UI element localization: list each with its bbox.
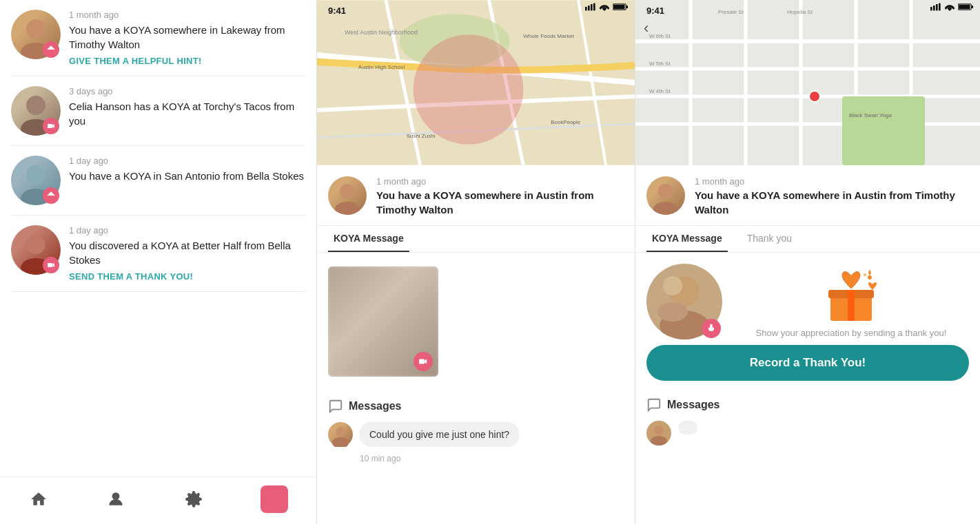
feed-item-3: 1 day ago You have a KOYA in San Antonio… <box>11 146 305 216</box>
svg-rect-4 <box>48 124 52 128</box>
messages-icon <box>328 399 343 414</box>
middle-messages-header: Messages <box>328 399 624 414</box>
svg-rect-62 <box>971 6 973 8</box>
svg-text:W 6th St: W 6th St <box>649 33 671 39</box>
avatar-badge-video-2 <box>43 118 59 134</box>
feed-action-4[interactable]: SEND THEM A THANK YOU! <box>69 271 305 282</box>
svg-point-49 <box>809 91 820 102</box>
left-panel: 1 month ago You have a KOYA somewhere in… <box>0 0 317 524</box>
svg-rect-72 <box>848 290 855 321</box>
middle-status-icons <box>585 3 628 11</box>
svg-point-68 <box>663 276 682 295</box>
right-content-row: Show your appreciation by sending a than… <box>635 253 980 339</box>
tab-right-koya-message[interactable]: KOYA Message <box>646 226 728 252</box>
back-button[interactable]: ‹ <box>644 19 649 37</box>
svg-rect-28 <box>591 4 593 10</box>
settings-nav-button[interactable] <box>183 489 204 510</box>
svg-point-69 <box>657 302 688 322</box>
bottom-nav <box>0 476 316 524</box>
tab-koya-message[interactable]: KOYA Message <box>328 226 409 252</box>
avatar-badge-arrow-3 <box>43 187 59 204</box>
svg-rect-63 <box>959 5 970 9</box>
feed-content-3: 1 day ago You have a KOYA in San Antonio… <box>69 156 305 187</box>
feed-time-3: 1 day ago <box>69 156 305 166</box>
blurred-koya-photo <box>328 266 438 377</box>
middle-notif-text: 1 month ago You have a KOYA somewhere in… <box>376 176 624 217</box>
feed-time-1: 1 month ago <box>69 10 305 20</box>
svg-text:W 4th St: W 4th St <box>649 88 671 94</box>
svg-rect-57 <box>930 7 932 10</box>
right-notif-text: 1 month ago You have a KOYA somewhere in… <box>695 176 969 217</box>
svg-rect-60 <box>939 3 941 11</box>
video-badge <box>414 352 433 371</box>
feed-content-1: 1 month ago You have a KOYA somewhere in… <box>69 10 305 66</box>
middle-messages-section: Messages Could you give me just one hint… <box>317 390 635 463</box>
svg-rect-58 <box>933 6 935 10</box>
svg-rect-38 <box>635 0 980 165</box>
svg-point-37 <box>332 437 349 447</box>
svg-text:W 5th St: W 5th St <box>649 61 671 67</box>
right-scroll: Show your appreciation by sending a than… <box>635 253 980 524</box>
middle-scroll: Messages Could you give me just one hint… <box>317 253 635 524</box>
feed-item-1: 1 month ago You have a KOYA somewhere in… <box>11 0 305 76</box>
right-status-icons <box>930 3 973 11</box>
right-tabs: KOYA Message Thank you <box>635 226 980 253</box>
svg-rect-26 <box>585 7 587 10</box>
svg-point-77 <box>654 426 664 435</box>
tab-right-thank-you[interactable]: Thank you <box>742 226 797 252</box>
msg-bubble-1: Could you give me just one hint? <box>360 422 519 447</box>
svg-text:West Austin Neighborhood: West Austin Neighborhood <box>345 29 418 36</box>
avatar-wrap-3 <box>11 156 61 205</box>
right-msg-avatar-1 <box>646 421 671 446</box>
svg-rect-29 <box>593 3 595 11</box>
right-koya-photo-wrap <box>646 264 722 339</box>
feed-item-2: 3 days ago Celia Hanson has a KOYA at To… <box>11 76 305 146</box>
svg-rect-27 <box>588 6 590 10</box>
svg-point-64 <box>658 184 673 199</box>
feed-text-3: You have a KOYA in San Antonio from Bell… <box>69 169 305 183</box>
svg-point-33 <box>340 184 355 199</box>
svg-text:Black Swan Yoga: Black Swan Yoga <box>849 112 892 118</box>
feed-text-1: You have a KOYA somewhere in Lakeway fro… <box>69 23 305 52</box>
svg-rect-32 <box>613 5 625 9</box>
thank-you-desc: Show your appreciation by sending a than… <box>756 327 947 339</box>
right-notif-avatar <box>646 176 685 215</box>
feed-list: 1 month ago You have a KOYA somewhere in… <box>0 0 316 476</box>
middle-map: West Austin Neighborhood Austin High Sch… <box>317 0 635 165</box>
home-nav-button[interactable] <box>28 489 49 510</box>
svg-point-19 <box>414 34 524 145</box>
thank-you-col: Show your appreciation by sending a than… <box>733 264 969 339</box>
svg-point-65 <box>653 202 678 215</box>
svg-text:Sushi Zushi: Sushi Zushi <box>407 133 436 139</box>
svg-rect-35 <box>419 359 425 364</box>
right-notif-title: You have a KOYA somewhere in Austin from… <box>695 188 969 217</box>
svg-point-7 <box>26 235 45 254</box>
right-messages-header: Messages <box>646 397 969 412</box>
svg-point-10 <box>113 493 119 499</box>
middle-messages-label: Messages <box>349 400 402 412</box>
middle-notif-title: You have a KOYA somewhere in Austin from… <box>376 188 624 217</box>
profile-nav-button[interactable] <box>105 489 126 510</box>
add-nav-button[interactable] <box>261 485 288 513</box>
svg-rect-31 <box>626 6 628 8</box>
svg-point-5 <box>26 165 45 185</box>
svg-point-36 <box>336 427 345 437</box>
right-map: W 6th St W 5th St W 4th St Black Swan Yo… <box>635 0 980 165</box>
feed-time-4: 1 day ago <box>69 225 305 235</box>
msg-avatar-1 <box>328 422 353 447</box>
feed-action-1[interactable]: GIVE THEM A HELPFUL HINT! <box>69 56 305 66</box>
record-thank-you-button[interactable]: Record a Thank You! <box>646 345 969 381</box>
microphone-badge <box>702 319 721 338</box>
avatar-wrap-4 <box>11 225 61 275</box>
msg-time-1: 10 min ago <box>328 454 624 463</box>
feed-text-4: You discovered a KOYA at Better Half fro… <box>69 238 305 267</box>
svg-text:9:41: 9:41 <box>646 6 664 16</box>
svg-point-76 <box>864 273 866 276</box>
svg-text:9:41: 9:41 <box>328 6 346 16</box>
feed-content-2: 3 days ago Celia Hanson has a KOYA at To… <box>69 86 305 132</box>
middle-notif-time: 1 month ago <box>376 176 624 187</box>
right-message-row-1 <box>646 421 969 446</box>
feed-text-2: Celia Hanson has a KOYA at Torchy's Taco… <box>69 99 305 128</box>
feed-content-4: 1 day ago You discovered a KOYA at Bette… <box>69 225 305 282</box>
svg-point-2 <box>26 96 45 115</box>
